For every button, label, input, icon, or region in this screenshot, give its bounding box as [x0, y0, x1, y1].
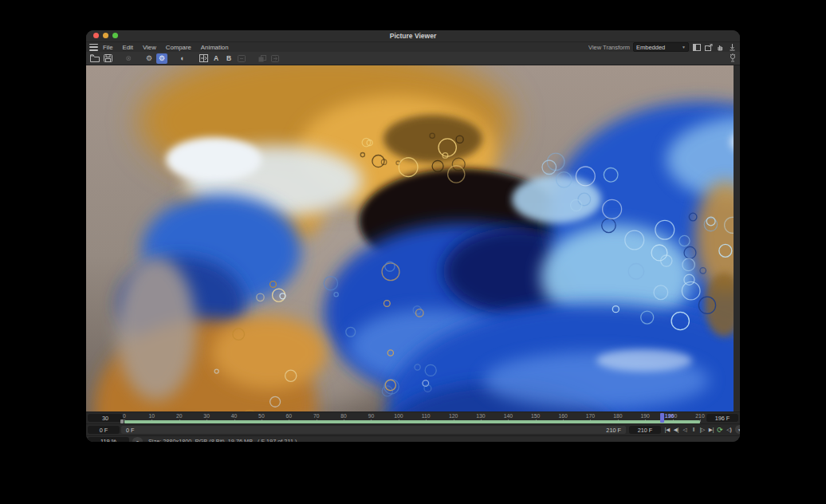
ruler-tick-label: 170 — [586, 413, 595, 419]
go-to-start-button[interactable]: |◀ — [663, 425, 671, 434]
menu-item-file[interactable]: File — [103, 44, 113, 51]
pause-button[interactable]: ‖ — [690, 425, 698, 434]
volume-button[interactable]: ◁) — [725, 425, 733, 434]
menu-bar-right: View Transform Embedded ▼ — [588, 42, 737, 52]
ruler-tick-label: 110 — [422, 413, 431, 419]
ruler-tick-label: 70 — [313, 413, 320, 419]
lamp-icon[interactable] — [727, 53, 738, 63]
settings-gear-icon[interactable]: ⚙ — [144, 53, 155, 64]
ruler-tick-label: 210 — [695, 413, 704, 419]
view-transform-label: View Transform — [588, 44, 630, 51]
play-backward-button[interactable]: ◁ — [681, 425, 689, 434]
rendered-image — [86, 65, 734, 411]
ruler-tick-label: 50 — [258, 413, 265, 419]
ruler-tick-label: 40 — [231, 413, 238, 419]
chevron-down-icon: ▼ — [682, 45, 686, 49]
open-external-icon[interactable] — [704, 43, 713, 52]
compare-a-button[interactable]: A — [210, 53, 222, 64]
current-frame-field[interactable]: 196 F — [706, 414, 738, 422]
ruler-tick-label: 60 — [286, 413, 293, 419]
ruler-tick-label: 140 — [504, 413, 513, 419]
open-folder-icon[interactable] — [89, 53, 100, 64]
ruler-tick-label: 10 — [149, 413, 155, 419]
copy-icon — [257, 53, 268, 64]
window-title: Picture Viewer — [86, 32, 740, 40]
ruler-tick-label: 130 — [476, 413, 485, 419]
sidebar-icon[interactable] — [692, 43, 701, 52]
image-viewport[interactable] — [86, 65, 740, 411]
contrast-icon[interactable]: ◐ — [177, 53, 188, 64]
ruler-tick-label: 100 — [394, 413, 403, 419]
menu-item-compare[interactable]: Compare — [166, 44, 191, 51]
ruler-tick-mark — [700, 419, 701, 422]
range-end-field[interactable]: 210 F — [629, 426, 661, 434]
playhead-marker[interactable] — [660, 413, 664, 423]
pin-icon[interactable] — [728, 43, 737, 52]
desktop-background: Picture Viewer FileEditViewCompareAnimat… — [0, 0, 826, 504]
zoom-level-field[interactable]: 119 % — [88, 437, 129, 442]
loop-toggle[interactable]: ⟳ — [716, 425, 724, 434]
view-transform-dropdown[interactable]: Embedded ▼ — [633, 42, 689, 52]
image-size-info: Size: 2880x1800, RGB (8 Bit), 19.76 MB, … — [148, 438, 297, 442]
ruler-tick-label: 90 — [368, 413, 375, 419]
ruler-tick-label: 30 — [203, 413, 210, 419]
view-transform-value: Embedded — [636, 44, 665, 51]
save-icon[interactable] — [102, 53, 113, 64]
ruler-tick-label: 180 — [613, 413, 622, 419]
range-bar-start-label: 0 F — [126, 427, 135, 434]
playback-options-dropdown[interactable]: ▼ — [735, 425, 740, 434]
ruler-tick-label: 80 — [340, 413, 347, 419]
ruler-tick-label: 150 — [531, 413, 540, 419]
cancel-render-icon: ⊗ — [123, 53, 134, 64]
status-bar: 119 % ▼ Size: 2880x1800, RGB (8 Bit), 19… — [86, 435, 740, 442]
playhead-frame-label: 196 — [665, 413, 674, 419]
hamburger-menu-icon[interactable] — [89, 43, 98, 52]
menu-item-edit[interactable]: Edit — [123, 44, 133, 51]
filter-gear-icon[interactable]: ⚙ — [156, 53, 167, 64]
go-to-end-button[interactable]: ▶| — [707, 425, 715, 434]
range-start-field[interactable]: 0 F — [88, 426, 120, 434]
fps-field[interactable]: 30 — [88, 414, 123, 422]
zoom-dropdown-button[interactable]: ▼ — [132, 437, 143, 442]
timeline-ruler-row: 30 0102030405060708090100110120130140150… — [86, 411, 740, 423]
menu-item-animation[interactable]: Animation — [201, 44, 229, 51]
ab-compare-icon[interactable] — [198, 53, 209, 64]
next-frame-button[interactable]: |▷ — [698, 425, 706, 434]
ruler-tick-label: 120 — [449, 413, 458, 419]
picture-viewer-window: Picture Viewer FileEditViewCompareAnimat… — [86, 30, 740, 442]
menu-bar: FileEditViewCompareAnimation View Transf… — [86, 42, 740, 52]
ruler-tick-label: 20 — [176, 413, 183, 419]
viewport-right-gutter — [734, 65, 740, 411]
title-bar[interactable]: Picture Viewer — [86, 30, 740, 42]
preview-range-bar[interactable]: 0 F 210 F — [121, 426, 626, 434]
compare-b-button[interactable]: B — [223, 53, 234, 64]
toolbar: ⊗ ⚙ ⚙ ◐ A B — [86, 52, 740, 65]
transport-controls: |◀◀|◁‖|▷▶|⟳◁)▼ — [663, 425, 740, 434]
ruler-tick-label: 190 — [641, 413, 650, 419]
previous-frame-button[interactable]: ◀| — [672, 425, 680, 434]
range-bar-end-label: 210 F — [606, 427, 621, 434]
link-icon — [236, 53, 247, 64]
menu-item-view[interactable]: View — [143, 44, 156, 51]
timeline-range-row: 0 F 0 F 210 F 210 F |◀◀|◁‖|▷▶|⟳◁)▼ — [86, 423, 740, 435]
ruler-tick-label: 160 — [558, 413, 567, 419]
menu-items: FileEditViewCompareAnimation — [103, 44, 229, 51]
ruler-tick-label: 0 — [123, 413, 126, 419]
pan-hand-icon[interactable] — [716, 43, 725, 52]
paste-icon — [269, 53, 281, 64]
